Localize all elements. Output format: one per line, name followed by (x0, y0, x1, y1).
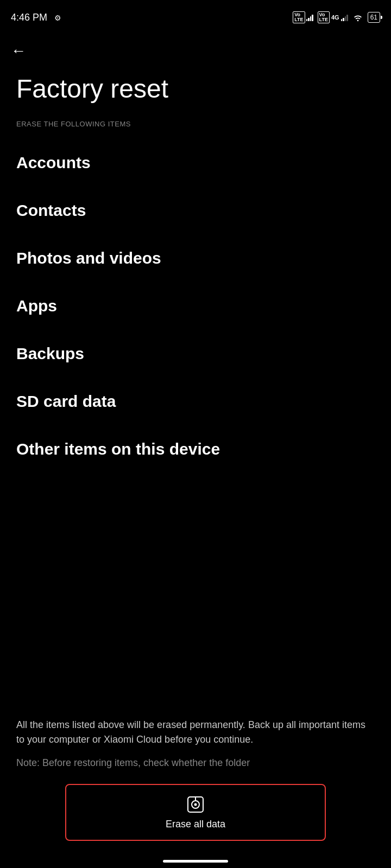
volte-signal-1: VoLTE (293, 11, 313, 23)
erase-item-accounts: Accounts (16, 139, 375, 187)
status-icons-area: VoLTE VoLTE 4G 6 (293, 11, 380, 23)
status-time: 4:46 PM (11, 12, 47, 23)
back-arrow-icon: ← (11, 43, 26, 59)
battery-level: 61 (370, 14, 377, 21)
status-bar: 4:46 PM ⚙ VoLTE VoLTE 4G (0, 0, 391, 33)
note-primary: All the items listed above will be erase… (16, 718, 375, 747)
back-button[interactable]: ← (0, 33, 37, 64)
erase-button-label: Erase all data (166, 819, 225, 830)
volte-badge-1: VoLTE (293, 11, 305, 23)
erase-item-backups: Backups (16, 330, 375, 378)
erase-item-other: Other items on this device (16, 425, 375, 473)
erase-icon (186, 795, 205, 814)
battery-icon: 61 (368, 12, 380, 23)
volte-signal-2: VoLTE 4G (318, 11, 348, 23)
status-time-area: 4:46 PM ⚙ (11, 12, 61, 23)
section-header: ERASE THE FOLLOWING ITEMS (0, 120, 391, 139)
page-title: Factory reset (0, 64, 391, 120)
volte-badge-2: VoLTE (318, 11, 330, 23)
home-indicator (163, 860, 228, 863)
4g-label: 4G (331, 14, 339, 21)
bottom-note-area: All the items listed above will be erase… (0, 707, 391, 781)
erase-items-list: Accounts Contacts Photos and videos Apps… (0, 139, 391, 473)
erase-button-container: Erase all data (0, 784, 391, 841)
erase-item-contacts: Contacts (16, 187, 375, 234)
erase-all-data-button[interactable]: Erase all data (65, 784, 326, 841)
note-secondary: Note: Before restoring items, check whet… (16, 756, 375, 770)
signal-bars-1 (306, 14, 313, 21)
svg-point-2 (194, 803, 197, 806)
settings-gear-icon: ⚙ (54, 14, 61, 22)
erase-item-sd-card: SD card data (16, 378, 375, 425)
wifi-icon (352, 13, 363, 22)
erase-item-apps: Apps (16, 282, 375, 330)
signal-bars-2 (341, 14, 348, 21)
erase-item-photos-videos: Photos and videos (16, 234, 375, 282)
